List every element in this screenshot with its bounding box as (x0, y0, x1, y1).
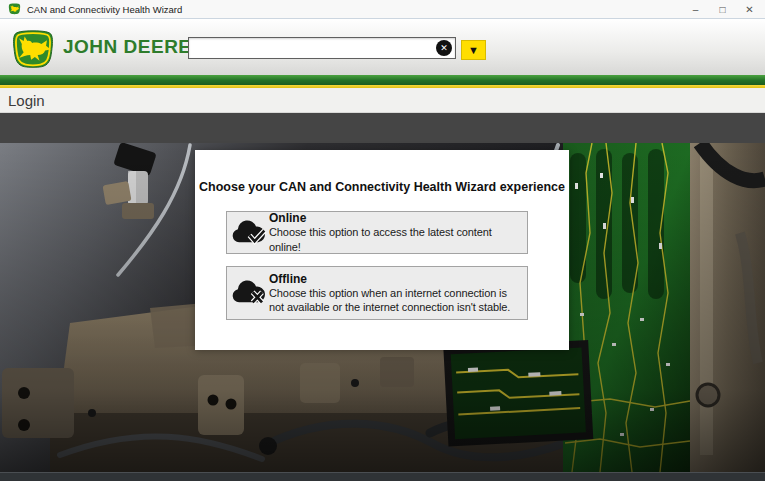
maximize-icon[interactable]: □ (709, 0, 736, 18)
dialog-title: Choose your CAN and Connectivity Health … (195, 180, 569, 194)
page-title: Login (8, 92, 45, 109)
experience-dialog: Choose your CAN and Connectivity Health … (195, 150, 569, 350)
section-bar: Login (0, 88, 765, 113)
close-icon[interactable]: ✕ (736, 0, 763, 18)
window-titlebar[interactable]: CAN and Connectivity Health Wizard – □ ✕ (0, 0, 765, 19)
cloud-check-icon (227, 219, 269, 247)
offline-option-label: Offline (269, 272, 521, 286)
offline-option-description: Choose this option when an internet conn… (269, 286, 521, 315)
search-input[interactable] (191, 39, 431, 57)
john-deere-logo-icon (10, 29, 56, 70)
online-option-text: Online Choose this option to access the … (269, 211, 527, 254)
john-deere-wordmark: JOHN DEERE (63, 36, 192, 58)
window-controls: – □ ✕ (682, 0, 765, 18)
cloud-x-icon (227, 279, 269, 307)
online-option-label: Online (269, 211, 521, 225)
dropdown-arrow-icon: ▼ (468, 44, 479, 56)
minimize-icon[interactable]: – (682, 0, 709, 18)
bottom-status-bar (0, 472, 765, 481)
app-window: CAN and Connectivity Health Wizard – □ ✕… (0, 0, 765, 481)
search-box: ✕ (188, 37, 456, 59)
clear-search-icon[interactable]: ✕ (436, 40, 452, 56)
green-stripe (0, 75, 765, 85)
offline-option-text: Offline Choose this option when an inter… (269, 272, 527, 315)
john-deere-logo-icon-small (8, 3, 21, 15)
window-title: CAN and Connectivity Health Wizard (27, 4, 182, 15)
search-dropdown-button[interactable]: ▼ (461, 40, 486, 60)
app-header: JOHN DEERE ✕ ▼ (0, 19, 765, 75)
online-option-description: Choose this option to access the latest … (269, 225, 521, 254)
offline-option-button[interactable]: Offline Choose this option when an inter… (226, 266, 528, 320)
online-option-button[interactable]: Online Choose this option to access the … (226, 211, 528, 254)
content-stage: Choose your CAN and Connectivity Health … (0, 113, 765, 472)
